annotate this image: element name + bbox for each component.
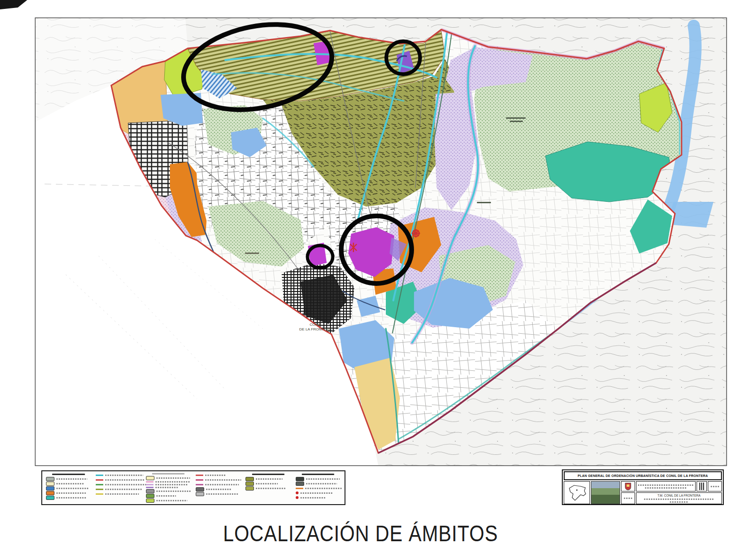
- legend-row: [245, 482, 291, 485]
- legend-swatch: [296, 491, 299, 494]
- legend-label: [256, 483, 278, 484]
- legend-label: [306, 483, 337, 484]
- legend-label: [56, 497, 87, 499]
- sheet-code: [708, 481, 722, 491]
- title-block: PLAN GENERAL DE ORDENACIÓN URBANÍSTICA D…: [562, 469, 724, 505]
- legend-group: [46, 473, 91, 502]
- legend-swatch: [245, 482, 254, 486]
- legend-row: [196, 487, 241, 491]
- legend-row: [196, 492, 241, 496]
- legend-swatch: [46, 482, 54, 486]
- scan-artifact: [0, 0, 27, 9]
- legend-label: [300, 492, 333, 494]
- territory-cell: T.M. CONIL DE LA FRONTERA: [636, 492, 722, 504]
- legend-label: [56, 483, 84, 484]
- legend-label: [206, 493, 238, 495]
- legend-swatch: [296, 482, 304, 486]
- legend-box: [41, 470, 345, 505]
- legend-row: [146, 499, 191, 502]
- legend-swatch: [146, 489, 154, 493]
- legend-row: [196, 473, 241, 477]
- legend-label: [205, 475, 226, 476]
- svg-text:DE LA FRONTERA: DE LA FRONTERA: [299, 327, 332, 331]
- legend-label: [105, 479, 145, 481]
- page-title: LOCALIZACIÓN DE ÁMBITOS: [223, 520, 495, 546]
- legend-swatch: [146, 476, 154, 480]
- legend-row: [46, 491, 91, 495]
- legend-swatch: [96, 484, 103, 485]
- legend-label: [306, 478, 340, 480]
- legend-row: [296, 482, 341, 485]
- legend-row: [296, 477, 341, 481]
- title-block-fields: [636, 481, 696, 491]
- legend-row: [296, 486, 341, 490]
- legend-label: [105, 493, 139, 495]
- title-block-bars: [697, 481, 707, 491]
- legend-label: [156, 477, 190, 479]
- legend-swatch: [146, 487, 153, 488]
- legend-swatch: [46, 477, 54, 481]
- legend-swatch: [96, 489, 103, 490]
- legend-swatch: [46, 486, 54, 491]
- legend-row: [146, 486, 191, 488]
- legend-label: [155, 481, 191, 483]
- legend-swatch: [296, 488, 303, 489]
- legend-row: [96, 492, 141, 496]
- legend-swatch: [296, 496, 299, 499]
- legend-label: [155, 484, 188, 485]
- legend-swatch: [296, 477, 304, 481]
- legend-label: [105, 475, 143, 476]
- aerial-photo-thumbnail: [591, 481, 620, 504]
- legend-row: [196, 478, 241, 482]
- legend-row: [245, 477, 291, 481]
- legend-group: [245, 473, 291, 502]
- territory-name: T.M. CONIL DE LA FRONTERA: [658, 494, 701, 497]
- legend-label: [256, 488, 285, 489]
- legend-row: [245, 486, 291, 490]
- legend-swatch: [96, 479, 103, 481]
- legend-row: [146, 483, 191, 485]
- legend-swatch: [146, 481, 153, 483]
- legend-label: [206, 489, 231, 490]
- legend-swatch: [196, 479, 203, 481]
- legend-swatch: [146, 484, 153, 485]
- legend-row: [146, 494, 191, 498]
- legend-swatch: [146, 494, 154, 498]
- legend-group: [196, 473, 241, 502]
- legend-row: [46, 482, 91, 485]
- scale-cell: [621, 492, 635, 504]
- legend-row: [196, 483, 241, 486]
- legend-swatch: [196, 484, 203, 485]
- legend-swatch: [196, 492, 204, 496]
- legend-label: [56, 492, 86, 494]
- legend-row: [146, 489, 191, 493]
- legend-swatch: [96, 475, 103, 476]
- legend-label: [155, 487, 178, 488]
- legend-label: [105, 489, 142, 490]
- legend-row: [46, 496, 91, 499]
- legend-row: [96, 487, 141, 491]
- legend-label: [300, 497, 325, 499]
- legend-group: [296, 473, 341, 502]
- legend-label: [156, 495, 176, 497]
- legend-row: [46, 486, 91, 490]
- legend-label: [156, 500, 187, 501]
- legend-swatch: [46, 491, 54, 495]
- legend-swatch: [196, 487, 204, 491]
- legend-row: [296, 491, 341, 495]
- legend-label: [56, 488, 89, 489]
- legend-label: [156, 491, 191, 492]
- legend-swatch: [96, 493, 103, 495]
- title-block-title: PLAN GENERAL DE ORDENACIÓN URBANÍSTICA D…: [564, 471, 722, 480]
- legend-label: [56, 478, 87, 480]
- legend-group: [146, 473, 191, 502]
- page-root: { "page": { "background": "#ffffff", "ti…: [0, 0, 751, 560]
- legend-label: [205, 484, 239, 485]
- legend-group: [96, 473, 141, 502]
- legend-swatch: [196, 475, 203, 476]
- legend-columns: [46, 473, 341, 502]
- crest-icon: [621, 481, 635, 491]
- svg-text:CONIL: CONIL: [310, 322, 322, 327]
- legend-row: [146, 476, 191, 480]
- legend-label: [105, 484, 147, 485]
